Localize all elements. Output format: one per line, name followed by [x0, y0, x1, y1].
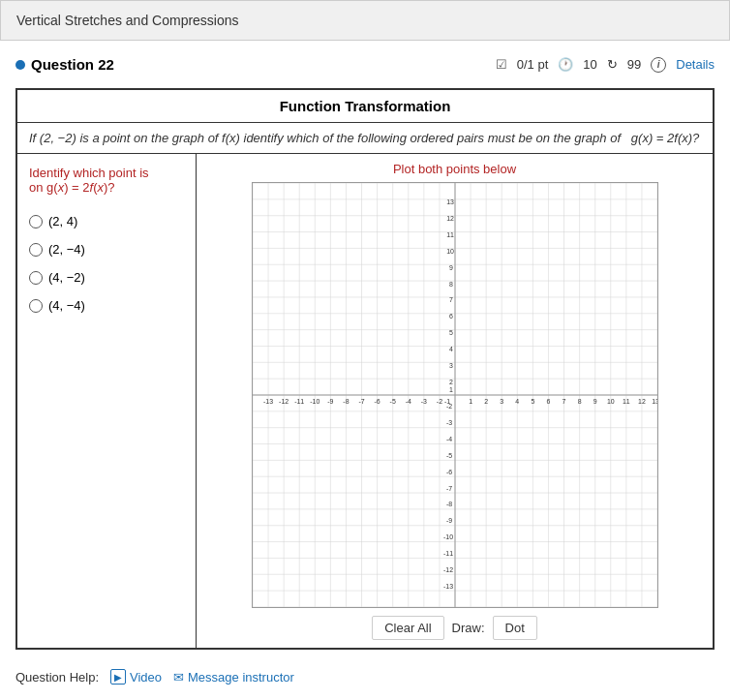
retry-icon: ↻: [607, 57, 618, 72]
option-label-2: (2, −4): [48, 242, 85, 257]
svg-text:11: 11: [622, 398, 629, 405]
svg-text:-11: -11: [443, 550, 453, 557]
main-card: Function Transformation If (2, −2) is a …: [15, 88, 715, 650]
radio-option-1[interactable]: (2, 4): [29, 214, 184, 228]
right-panel: Plot both points below .grid-line { stro…: [197, 154, 713, 648]
radio-option-4[interactable]: (4, −4): [29, 298, 184, 313]
svg-text:-5: -5: [389, 398, 395, 405]
page-title: Vertical Stretches and Compressions: [16, 13, 239, 28]
card-subtitle: If (2, −2) is a point on the graph of f(…: [17, 123, 713, 154]
option-label-4: (4, −4): [48, 298, 85, 313]
svg-text:-3: -3: [445, 419, 451, 426]
svg-text:-9: -9: [327, 398, 333, 405]
message-label: Message instructor: [188, 670, 294, 685]
svg-text:-7: -7: [358, 398, 364, 405]
svg-text:-6: -6: [374, 398, 380, 405]
question-bar: Question 22 ☑ 0/1 pt 🕐 10 ↻ 99 i Details: [0, 48, 730, 80]
question-number: Question 22: [31, 56, 114, 73]
svg-text:7: 7: [449, 296, 453, 303]
svg-text:-12: -12: [443, 566, 453, 573]
svg-text:-4: -4: [405, 398, 411, 405]
svg-text:11: 11: [446, 231, 454, 238]
svg-text:9: 9: [593, 398, 596, 405]
svg-text:8: 8: [577, 398, 581, 405]
svg-text:-8: -8: [445, 501, 451, 507]
radio-options: (2, 4) (2, −4) (4, −2) (4, −4): [29, 214, 184, 313]
radio-option-2[interactable]: (2, −4): [29, 242, 184, 257]
svg-text:2: 2: [484, 398, 488, 405]
svg-text:-10: -10: [443, 533, 453, 540]
radio-circle-2: [29, 243, 43, 257]
svg-text:8: 8: [449, 281, 453, 288]
option-label-1: (2, 4): [48, 214, 77, 228]
svg-text:10: 10: [446, 248, 454, 255]
card-body: Identify which point ison g(x) = 2f(x)? …: [17, 154, 713, 648]
svg-text:3: 3: [449, 362, 453, 369]
clock-icon: 🕐: [558, 57, 573, 72]
svg-text:12: 12: [446, 215, 454, 222]
draw-label: Draw:: [452, 621, 485, 635]
help-label: Question Help:: [15, 670, 99, 685]
clock-value: 10: [583, 57, 596, 72]
question-help: Question Help: ▶ Video ✉ Message instruc…: [0, 661, 730, 692]
video-label: Video: [130, 670, 162, 685]
graph-area[interactable]: .grid-line { stroke: #d0d0d0; stroke-wid…: [252, 182, 658, 608]
svg-text:-13: -13: [263, 398, 273, 405]
message-instructor-link[interactable]: ✉ Message instructor: [173, 670, 294, 685]
svg-text:6: 6: [546, 398, 550, 405]
svg-text:13: 13: [446, 198, 454, 205]
card-title: Function Transformation: [17, 90, 713, 123]
check-icon: ☑: [496, 57, 507, 72]
question-label: Question 22: [15, 56, 114, 73]
svg-text:-13: -13: [443, 583, 453, 590]
svg-text:-5: -5: [445, 452, 451, 459]
coordinate-graph: .grid-line { stroke: #d0d0d0; stroke-wid…: [253, 183, 657, 607]
svg-text:1: 1: [469, 398, 472, 405]
plot-title: Plot both points below: [393, 162, 516, 176]
svg-text:-12: -12: [279, 398, 289, 405]
svg-text:5: 5: [531, 398, 534, 405]
retry-value: 99: [627, 57, 641, 72]
svg-text:-11: -11: [294, 398, 304, 405]
svg-text:3: 3: [500, 398, 503, 405]
radio-option-3[interactable]: (4, −2): [29, 270, 184, 285]
graph-controls: Clear All Draw: Dot: [372, 616, 537, 640]
svg-text:12: 12: [638, 398, 646, 405]
details-link[interactable]: Details: [676, 57, 715, 72]
svg-text:7: 7: [562, 398, 565, 405]
radio-circle-1: [29, 215, 43, 228]
dot-button[interactable]: Dot: [493, 616, 537, 640]
svg-text:-2: -2: [445, 403, 451, 410]
page-header: Vertical Stretches and Compressions: [0, 0, 730, 41]
radio-circle-3: [29, 271, 43, 285]
svg-text:-6: -6: [445, 469, 451, 475]
video-link[interactable]: ▶ Video: [110, 669, 162, 685]
svg-text:-8: -8: [343, 398, 349, 405]
svg-text:13: 13: [652, 398, 657, 405]
svg-text:9: 9: [449, 264, 453, 271]
envelope-icon: ✉: [173, 670, 184, 685]
blue-dot-icon: [15, 60, 25, 70]
clear-all-button[interactable]: Clear All: [372, 616, 443, 640]
svg-text:2: 2: [449, 379, 453, 385]
svg-text:1: 1: [449, 386, 453, 393]
question-meta: ☑ 0/1 pt 🕐 10 ↻ 99 i Details: [496, 57, 715, 73]
identify-text: Identify which point ison g(x) = 2f(x)?: [29, 166, 184, 195]
svg-text:-7: -7: [445, 485, 451, 492]
left-panel: Identify which point ison g(x) = 2f(x)? …: [17, 154, 197, 648]
svg-text:4: 4: [515, 398, 519, 405]
svg-text:-3: -3: [420, 398, 426, 405]
video-icon: ▶: [110, 669, 126, 685]
score-value: 0/1 pt: [517, 57, 549, 72]
radio-circle-4: [29, 299, 43, 313]
option-label-3: (4, −2): [48, 270, 85, 285]
info-icon: i: [651, 57, 666, 73]
svg-text:-9: -9: [445, 517, 451, 524]
svg-text:5: 5: [449, 329, 453, 336]
svg-text:4: 4: [449, 346, 453, 352]
svg-text:-2: -2: [436, 398, 441, 405]
svg-text:10: 10: [606, 398, 614, 405]
svg-text:-4: -4: [445, 436, 451, 442]
svg-text:6: 6: [449, 313, 453, 320]
svg-text:-10: -10: [310, 398, 319, 405]
